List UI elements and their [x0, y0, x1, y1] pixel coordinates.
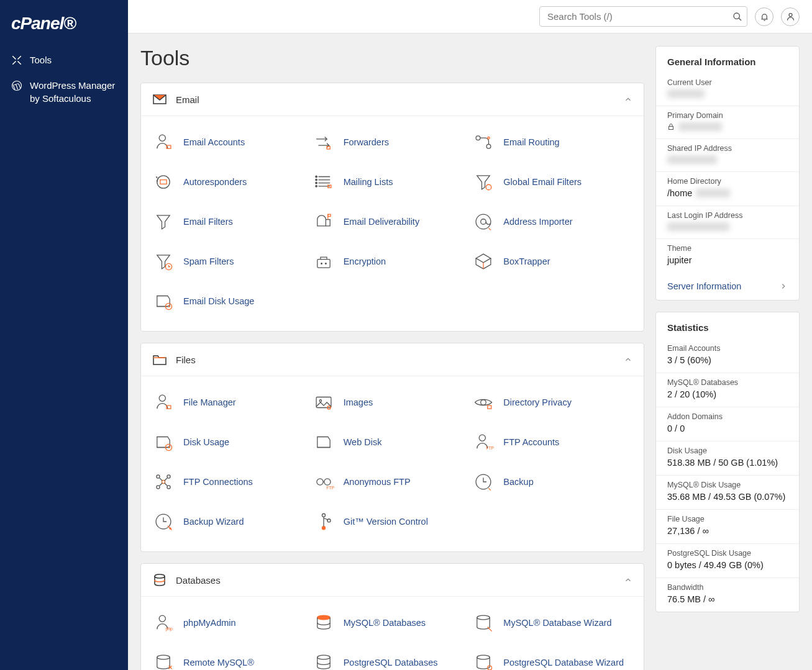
tool-label: Email Filters — [183, 217, 233, 227]
tool-item[interactable]: Email Filters — [152, 202, 312, 242]
logo: cPanel® — [0, 0, 128, 47]
chevron-up-icon — [624, 95, 632, 104]
svg-point-2 — [789, 14, 792, 17]
svg-point-46 — [169, 527, 171, 529]
panel-header-email[interactable]: Email — [141, 83, 644, 116]
tool-item[interactable]: Spam Filters — [152, 242, 312, 281]
svg-point-37 — [167, 475, 170, 478]
db-wizard2-icon — [472, 651, 495, 670]
svg-rect-11 — [160, 180, 167, 184]
tool-label: Email Disk Usage — [183, 296, 254, 306]
svg-rect-22 — [317, 260, 329, 268]
database-icon — [152, 573, 167, 587]
chevron-right-icon — [779, 282, 788, 291]
person-icon — [152, 131, 175, 153]
tool-item[interactable]: FTPAnonymous FTP — [312, 462, 473, 502]
sidebar-item-tools[interactable]: Tools — [0, 47, 128, 73]
image-icon — [312, 391, 335, 414]
server-information-link[interactable]: Server Information — [656, 273, 799, 300]
panel-header-databases[interactable]: Databases — [141, 564, 644, 597]
tool-item[interactable]: Autoresponders — [152, 162, 312, 202]
tool-item[interactable]: Directory Privacy — [472, 383, 632, 422]
svg-point-36 — [157, 475, 160, 478]
tool-item[interactable]: phpphpMyAdmin — [152, 603, 312, 643]
tool-label: phpMyAdmin — [183, 618, 236, 628]
notifications-button[interactable] — [755, 7, 773, 26]
svg-point-15 — [315, 186, 317, 188]
tool-item[interactable]: Mailing Lists — [312, 162, 473, 202]
main: Tools Email Email AccountsForwardersEmai… — [128, 0, 812, 670]
info-label: Last Login IP Address — [667, 211, 788, 220]
svg-point-54 — [477, 615, 490, 620]
tool-item[interactable]: Address Importer — [472, 202, 632, 242]
tool-item[interactable]: Web Disk — [312, 422, 473, 462]
tool-item[interactable]: File Manager — [152, 383, 312, 422]
svg-point-51 — [159, 615, 165, 622]
stat-label: File Usage — [667, 515, 788, 523]
db-orange-icon — [312, 612, 335, 634]
info-value — [667, 222, 788, 231]
info-value — [667, 89, 788, 98]
info-value: jupiter — [667, 255, 788, 265]
tool-item[interactable]: FTPFTP Accounts — [472, 422, 632, 462]
svg-point-14 — [315, 182, 317, 184]
stat-row: PostgreSQL Disk Usage0 bytes / 49.49 GB … — [656, 544, 799, 578]
svg-point-19 — [476, 214, 491, 229]
tool-item[interactable]: Encryption — [312, 242, 473, 281]
tool-label: Backup — [503, 477, 533, 487]
stat-value: 518.38 MB / 50 GB (1.01%) — [667, 458, 788, 468]
info-row: Themejupiter — [656, 239, 799, 273]
tool-item[interactable]: Remote MySQL® — [152, 643, 312, 670]
tool-label: Encryption — [344, 256, 386, 266]
tool-item[interactable]: Backup Wizard — [152, 502, 312, 541]
tool-label: MySQL® Databases — [344, 618, 426, 628]
tool-label: BoxTrapper — [503, 256, 550, 266]
tool-item[interactable]: Email Disk Usage — [152, 281, 312, 321]
tool-label: Disk Usage — [183, 437, 229, 447]
db-icon — [312, 651, 335, 670]
tool-item[interactable]: Email Routing — [472, 122, 632, 162]
search-wrap — [539, 6, 747, 27]
clock-wizard-icon — [152, 510, 175, 533]
tool-label: Autoresponders — [183, 177, 247, 187]
tool-item[interactable]: Global Email Filters — [472, 162, 632, 202]
page-title: Tools — [140, 46, 644, 70]
general-info-header: General Information — [656, 47, 799, 73]
svg-rect-60 — [669, 127, 673, 130]
svg-point-50 — [155, 574, 165, 578]
search-input[interactable] — [539, 6, 747, 27]
sidebar-item-wordpress[interactable]: WordPress Manager by Softaculous — [0, 73, 128, 111]
tool-item[interactable]: Images — [312, 383, 473, 422]
tool-label: Directory Privacy — [503, 397, 572, 407]
tool-item[interactable]: Email Deliverability — [312, 202, 473, 242]
stat-value: 35.68 MB / 49.53 GB (0.07%) — [667, 492, 788, 502]
chevron-up-icon — [624, 576, 632, 584]
sidebar-item-label: WordPress Manager by Softaculous — [30, 79, 117, 105]
tool-item[interactable]: BoxTrapper — [472, 242, 632, 281]
user-button[interactable] — [781, 7, 800, 26]
info-value — [667, 155, 788, 164]
tool-item[interactable]: Forwarders — [312, 122, 473, 162]
tool-item[interactable]: PostgreSQL Databases — [312, 643, 473, 670]
panel-title: Email — [176, 94, 199, 105]
tool-item[interactable]: FTP Connections — [152, 462, 312, 502]
search-button[interactable] — [732, 12, 742, 22]
info-value — [667, 122, 788, 131]
panel-header-files[interactable]: Files — [141, 343, 644, 376]
svg-point-34 — [480, 435, 486, 441]
info-label: Primary Domain — [667, 111, 788, 120]
statistics-header: Statistics — [656, 312, 799, 339]
tool-item[interactable]: Email Accounts — [152, 122, 312, 162]
stat-value: 0 bytes / 49.49 GB (0%) — [667, 560, 788, 570]
tool-item[interactable]: MySQL® Databases — [312, 603, 473, 643]
tool-item[interactable]: Backup — [472, 462, 632, 502]
tool-item[interactable]: PostgreSQL Database Wizard — [472, 643, 632, 670]
svg-point-20 — [481, 219, 486, 225]
tool-item[interactable]: Disk Usage — [152, 422, 312, 462]
info-row: Home Directory/home — [656, 172, 799, 206]
tool-item[interactable]: Git™ Version Control — [312, 502, 473, 541]
svg-point-1 — [734, 13, 739, 19]
svg-point-57 — [477, 655, 490, 659]
tool-item[interactable]: MySQL® Database Wizard — [472, 603, 632, 643]
chevron-up-icon — [624, 355, 632, 364]
